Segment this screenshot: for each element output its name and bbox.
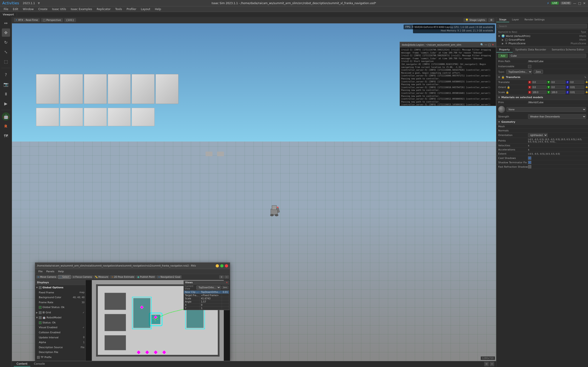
rviz-tool-2d-pose[interactable]: → 2D Pose Estimate [110,275,136,279]
sidebar-icon-scale[interactable]: ⤡ [2,48,10,56]
sidebar-icon-camera[interactable]: 📷 [2,80,10,88]
stage-tab-layer[interactable]: Layer [509,17,522,22]
sidebar-icon-move[interactable]: ✥ [2,28,10,37]
menu-layout[interactable]: Layout [139,7,152,11]
view-row-target-frame[interactable]: Target Fra... <Fixed Frame> [184,294,229,297]
prop-add-btn[interactable]: Add [498,54,508,58]
translate-z-input[interactable] [569,81,584,84]
cast-shadows-checkbox[interactable] [528,156,531,160]
display-global-options[interactable]: ▼ Global Options [35,285,86,290]
sidebar-icon-rotate[interactable]: ↻ [2,38,10,46]
instanceable-checkbox[interactable] [528,65,531,68]
grid-checkbox[interactable] [39,311,42,314]
stage-lights-btn[interactable]: 💡 Stage Lights [464,18,487,22]
stage-tab-render[interactable]: Render Settings [522,17,547,22]
display-robot-model[interactable]: ▼ 🤖 RobotModel [35,315,86,320]
menu-window[interactable]: Window [21,7,35,11]
orientation-select[interactable]: rightHanded [528,133,548,137]
rviz-tool-focus[interactable]: ⊙ Focus Camera [71,275,93,279]
property-tab-synthetic[interactable]: Synthetic Data Recorder [513,47,549,52]
minimize-icon[interactable]: — [573,1,576,5]
view-row-scale[interactable]: Scale 41.6743 [184,297,229,300]
menu-isaac-utils[interactable]: Isaac Utils [50,7,68,11]
tree-row-groundplane[interactable]: ▶ □ GroundPlane Xform [497,38,587,42]
menu-file[interactable]: File [2,7,10,11]
rviz-tool-publish[interactable]: ● Publish Point [136,275,156,279]
prop-add-input[interactable] [509,54,586,58]
sidebar-icon-rviz[interactable]: R [2,122,10,130]
sidebar-icon-question[interactable]: ? [2,70,10,79]
robot-checkbox[interactable] [39,316,42,319]
tab-content[interactable]: Content [14,361,30,367]
display-grid[interactable]: ▶ ⊞ Grid ✓ [35,310,86,315]
display-checkbox-global[interactable] [39,286,42,289]
transform-section-header[interactable]: ▼ 🔒 Transform ⤡ [496,75,588,80]
geometry-section-header[interactable]: ▼ Geometry [496,119,588,125]
current-view-dropdown[interactable]: TopDownOrtho... [196,286,221,290]
menu-tools[interactable]: Tools [113,7,124,11]
sidebar-icon-grab[interactable]: ↔ [2,19,10,27]
scale-y-input[interactable] [551,91,565,94]
maximize-icon[interactable]: □ [578,1,581,5]
terminal-search-icon[interactable]: 🔍 [480,43,484,46]
rviz-tool-select[interactable]: ⬚ Select [58,275,71,279]
menu-create[interactable]: Create [36,7,49,11]
property-tab-semantics[interactable]: Semantics Schema Editor [549,47,587,52]
sidebar-icon-robot[interactable]: 🤖 [2,112,10,121]
frame-count-btn[interactable]: {101} [64,18,76,22]
stage-tab-stage[interactable]: Stage [496,17,509,22]
rviz-menu-panels[interactable]: Panels [45,269,56,273]
display-tf[interactable]: ▶ TF TF ✓ [35,360,86,361]
translate-lock-icon[interactable]: 🔒 [585,81,588,84]
property-tab-property[interactable]: Property [496,47,513,52]
dock-btn-2[interactable]: ⊟ [490,362,494,366]
terminal-minimize-icon[interactable]: — [485,43,487,46]
tab-console[interactable]: Console [31,361,48,367]
scale-lock-icon[interactable]: 🔒 [585,91,588,94]
sidebar-icon-select[interactable]: ⬚ [2,57,10,66]
tfprefix-checkbox[interactable] [37,356,40,359]
fast-refraction-checkbox[interactable] [528,165,531,168]
rviz-tool-measure[interactable]: 📏 Measure [94,275,110,279]
menu-edit[interactable]: Edit [11,7,20,11]
rviz-tool-move-camera[interactable]: ↔ Move Camera [36,275,57,279]
translate-y-input[interactable] [551,81,565,84]
close-icon[interactable]: ✕ [583,1,586,5]
rviz-tool-minus[interactable]: − [225,275,229,279]
rviz-menu-help[interactable]: Help [57,269,65,273]
rviz-map-view[interactable]: Views ✕ Current View TopDownOrtho... Zer… [86,280,230,361]
zero-btn[interactable]: Zero [534,70,543,74]
type-dropdown[interactable]: TopDownOrtho... [506,69,532,74]
strength-select[interactable]: Weaker than Descendants [528,114,586,119]
orient-y-input[interactable] [551,85,565,89]
menu-isaac-examples[interactable]: Isaac Examples [69,7,94,11]
translate-x-input[interactable] [532,81,547,84]
view-row-x[interactable]: X 0 [184,303,229,307]
orient-z-input[interactable] [569,85,584,89]
tree-row-world[interactable]: ▼ 🌍 World (defaultPrim) Xform [497,34,587,38]
rviz-menu-file[interactable]: File [37,269,44,273]
sidebar-icon-play[interactable]: ▶ [2,99,10,108]
sidebar-icon-pause[interactable]: ⏸ [2,90,10,98]
dock-btn-1[interactable]: ⊞ [484,362,489,366]
view-row-near-clip[interactable]: Near Clip ... TopDownOrtho... 0.01 [184,291,229,294]
menu-replicator[interactable]: Replicator [95,7,112,11]
search-input[interactable] [497,24,587,28]
menu-help[interactable]: Help [153,7,163,11]
tab-viewport[interactable]: Viewport [0,13,17,17]
shadow-terminator-checkbox[interactable] [528,161,531,164]
orient-lock-icon[interactable]: 🔒 [585,85,588,89]
settings-icon-btn[interactable]: ⚙ [488,18,494,22]
materials-section-header[interactable]: ▼ Materials on selected models [496,95,588,100]
material-select[interactable]: None [506,107,586,112]
tree-row-physics[interactable]: ▶ ⚛ PhysicsScene PhysicsScene [497,42,587,45]
sidebar-icon-nav[interactable]: 🗺 [2,132,10,140]
view-row-y[interactable]: Y 1 [184,307,229,310]
maximize-btn[interactable] [220,264,224,267]
close-btn[interactable] [225,264,228,267]
scale-x-input[interactable] [532,91,547,94]
rviz-tool-add[interactable]: + [219,275,224,279]
orient-x-input[interactable] [532,85,547,89]
scale-z-input[interactable] [569,91,584,94]
rviz-tool-nav2[interactable]: → Navigation2 Goal [156,275,182,279]
